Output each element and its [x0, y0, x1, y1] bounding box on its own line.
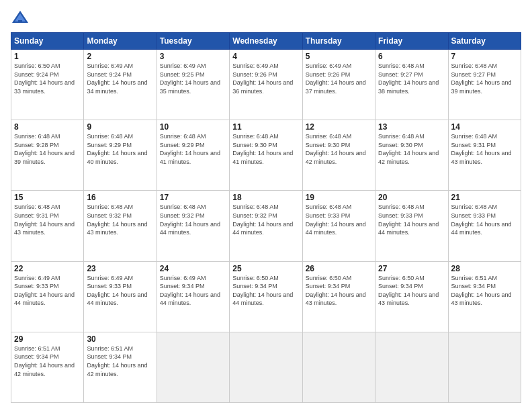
day-cell: 3Sunrise: 6:49 AMSunset: 9:25 PMDaylight… [157, 50, 229, 120]
day-cell: 27Sunrise: 6:50 AMSunset: 9:34 PMDayligh… [375, 261, 448, 332]
day-cell: 16Sunrise: 6:48 AMSunset: 9:32 PMDayligh… [84, 191, 157, 261]
day-cell: 10Sunrise: 6:48 AMSunset: 9:29 PMDayligh… [157, 120, 229, 191]
day-number: 25 [232, 264, 299, 273]
day-cell [448, 332, 521, 402]
day-info: Sunrise: 6:49 AMSunset: 9:34 PMDaylight:… [160, 274, 226, 308]
day-header-thursday: Thursday [302, 33, 375, 50]
day-header-sunday: Sunday [11, 33, 84, 50]
day-cell: 18Sunrise: 6:48 AMSunset: 9:32 PMDayligh… [230, 191, 302, 261]
day-number: 11 [232, 122, 299, 132]
day-number: 6 [378, 52, 445, 61]
day-number: 3 [160, 52, 226, 61]
week-row-3: 15Sunrise: 6:48 AMSunset: 9:31 PMDayligh… [11, 191, 521, 261]
day-info: Sunrise: 6:48 AMSunset: 9:33 PMDaylight:… [378, 203, 445, 236]
day-number: 12 [306, 122, 372, 132]
day-number: 22 [14, 264, 81, 273]
day-number: 17 [160, 193, 226, 202]
day-number: 1 [14, 52, 81, 61]
day-number: 29 [14, 334, 81, 344]
day-number: 13 [378, 122, 445, 132]
day-info: Sunrise: 6:48 AMSunset: 9:32 PMDaylight:… [232, 203, 299, 236]
day-info: Sunrise: 6:49 AMSunset: 9:26 PMDaylight:… [232, 62, 299, 95]
day-info: Sunrise: 6:48 AMSunset: 9:28 PMDaylight:… [14, 132, 81, 166]
calendar-table: SundayMondayTuesdayWednesdayThursdayFrid… [11, 32, 521, 403]
day-info: Sunrise: 6:48 AMSunset: 9:33 PMDaylight:… [451, 203, 518, 236]
day-cell: 22Sunrise: 6:49 AMSunset: 9:33 PMDayligh… [11, 261, 84, 332]
day-info: Sunrise: 6:50 AMSunset: 9:34 PMDaylight:… [378, 274, 445, 308]
day-cell: 13Sunrise: 6:48 AMSunset: 9:30 PMDayligh… [375, 120, 448, 191]
day-number: 16 [87, 193, 153, 202]
day-info: Sunrise: 6:49 AMSunset: 9:24 PMDaylight:… [87, 62, 153, 95]
day-info: Sunrise: 6:49 AMSunset: 9:33 PMDaylight:… [87, 274, 153, 308]
day-info: Sunrise: 6:48 AMSunset: 9:31 PMDaylight:… [14, 203, 81, 236]
day-header-friday: Friday [375, 33, 448, 50]
day-cell: 7Sunrise: 6:48 AMSunset: 9:27 PMDaylight… [448, 50, 521, 120]
day-header-saturday: Saturday [448, 33, 521, 50]
day-cell: 4Sunrise: 6:49 AMSunset: 9:26 PMDaylight… [230, 50, 302, 120]
header [11, 8, 521, 27]
day-number: 14 [451, 122, 518, 132]
day-header-tuesday: Tuesday [157, 33, 229, 50]
day-cell: 30Sunrise: 6:51 AMSunset: 9:34 PMDayligh… [84, 332, 157, 402]
week-row-2: 8Sunrise: 6:48 AMSunset: 9:28 PMDaylight… [11, 120, 521, 191]
day-cell [157, 332, 229, 402]
week-row-1: 1Sunrise: 6:50 AMSunset: 9:24 PMDaylight… [11, 50, 521, 120]
day-info: Sunrise: 6:49 AMSunset: 9:26 PMDaylight:… [306, 62, 372, 95]
page: SundayMondayTuesdayWednesdayThursdayFrid… [0, 0, 532, 411]
day-cell: 8Sunrise: 6:48 AMSunset: 9:28 PMDaylight… [11, 120, 84, 191]
day-cell [230, 332, 302, 402]
day-info: Sunrise: 6:48 AMSunset: 9:29 PMDaylight:… [87, 132, 153, 166]
day-cell: 17Sunrise: 6:48 AMSunset: 9:32 PMDayligh… [157, 191, 229, 261]
day-info: Sunrise: 6:51 AMSunset: 9:34 PMDaylight:… [87, 345, 153, 378]
day-info: Sunrise: 6:50 AMSunset: 9:34 PMDaylight:… [232, 274, 299, 308]
day-cell: 14Sunrise: 6:48 AMSunset: 9:31 PMDayligh… [448, 120, 521, 191]
day-info: Sunrise: 6:48 AMSunset: 9:30 PMDaylight:… [378, 132, 445, 166]
day-cell: 1Sunrise: 6:50 AMSunset: 9:24 PMDaylight… [11, 50, 84, 120]
day-number: 4 [232, 52, 299, 61]
logo-icon [11, 8, 30, 27]
day-cell [302, 332, 375, 402]
day-cell: 29Sunrise: 6:51 AMSunset: 9:34 PMDayligh… [11, 332, 84, 402]
day-info: Sunrise: 6:51 AMSunset: 9:34 PMDaylight:… [14, 345, 81, 378]
day-cell: 26Sunrise: 6:50 AMSunset: 9:34 PMDayligh… [302, 261, 375, 332]
day-cell: 9Sunrise: 6:48 AMSunset: 9:29 PMDaylight… [84, 120, 157, 191]
day-number: 10 [160, 122, 226, 132]
day-info: Sunrise: 6:48 AMSunset: 9:33 PMDaylight:… [306, 203, 372, 236]
day-info: Sunrise: 6:50 AMSunset: 9:24 PMDaylight:… [14, 62, 81, 95]
day-cell: 19Sunrise: 6:48 AMSunset: 9:33 PMDayligh… [302, 191, 375, 261]
day-number: 5 [306, 52, 372, 61]
day-number: 7 [451, 52, 518, 61]
week-row-5: 29Sunrise: 6:51 AMSunset: 9:34 PMDayligh… [11, 332, 521, 402]
day-number: 2 [87, 52, 153, 61]
day-info: Sunrise: 6:48 AMSunset: 9:27 PMDaylight:… [378, 62, 445, 95]
day-info: Sunrise: 6:48 AMSunset: 9:32 PMDaylight:… [160, 203, 226, 236]
day-info: Sunrise: 6:48 AMSunset: 9:31 PMDaylight:… [451, 132, 518, 166]
day-info: Sunrise: 6:48 AMSunset: 9:32 PMDaylight:… [87, 203, 153, 236]
day-cell: 15Sunrise: 6:48 AMSunset: 9:31 PMDayligh… [11, 191, 84, 261]
day-number: 19 [306, 193, 372, 202]
day-number: 26 [306, 264, 372, 273]
day-cell: 2Sunrise: 6:49 AMSunset: 9:24 PMDaylight… [84, 50, 157, 120]
day-number: 21 [451, 193, 518, 202]
day-header-monday: Monday [84, 33, 157, 50]
day-info: Sunrise: 6:48 AMSunset: 9:30 PMDaylight:… [232, 132, 299, 166]
logo [11, 8, 32, 27]
day-number: 9 [87, 122, 153, 132]
svg-rect-2 [18, 20, 22, 23]
day-number: 23 [87, 264, 153, 273]
day-number: 27 [378, 264, 445, 273]
day-cell [375, 332, 448, 402]
day-info: Sunrise: 6:51 AMSunset: 9:34 PMDaylight:… [451, 274, 518, 308]
day-info: Sunrise: 6:49 AMSunset: 9:25 PMDaylight:… [160, 62, 226, 95]
day-cell: 28Sunrise: 6:51 AMSunset: 9:34 PMDayligh… [448, 261, 521, 332]
day-info: Sunrise: 6:48 AMSunset: 9:27 PMDaylight:… [451, 62, 518, 95]
day-info: Sunrise: 6:48 AMSunset: 9:30 PMDaylight:… [306, 132, 372, 166]
day-header-wednesday: Wednesday [230, 33, 302, 50]
day-cell: 5Sunrise: 6:49 AMSunset: 9:26 PMDaylight… [302, 50, 375, 120]
day-info: Sunrise: 6:49 AMSunset: 9:33 PMDaylight:… [14, 274, 81, 308]
day-cell: 20Sunrise: 6:48 AMSunset: 9:33 PMDayligh… [375, 191, 448, 261]
day-cell: 6Sunrise: 6:48 AMSunset: 9:27 PMDaylight… [375, 50, 448, 120]
day-number: 15 [14, 193, 81, 202]
calendar-header-row: SundayMondayTuesdayWednesdayThursdayFrid… [11, 33, 521, 50]
day-info: Sunrise: 6:48 AMSunset: 9:29 PMDaylight:… [160, 132, 226, 166]
